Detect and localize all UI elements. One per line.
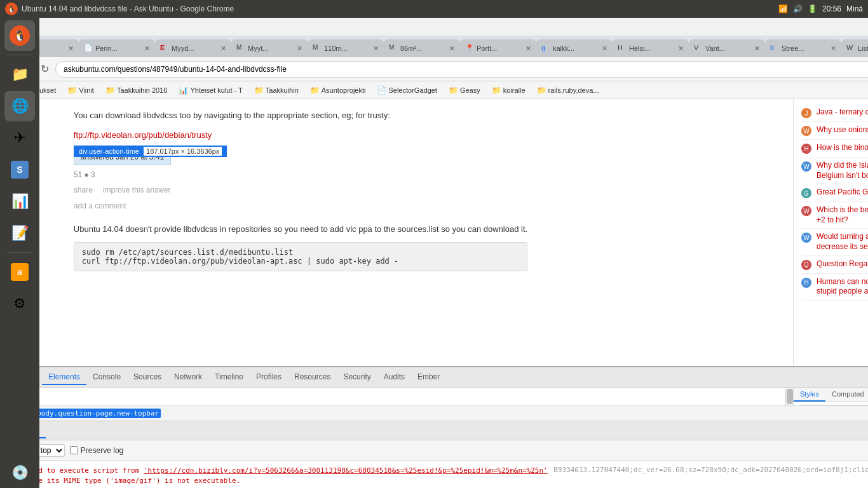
bookmark-asunto[interactable]: 📁 Asuntoprojekti — [306, 85, 370, 96]
tab-close-9[interactable]: ✕ — [678, 44, 684, 53]
related-item-3[interactable]: H How is the binomial expansion of the v… — [801, 140, 868, 158]
bookmark-geasy[interactable]: 📁 Geasy — [445, 85, 484, 96]
bookmark-selector[interactable]: 📄 SelectorGadget — [373, 85, 440, 96]
tab-close-2[interactable]: ✕ — [144, 44, 150, 53]
tab-close-11[interactable]: ✕ — [831, 44, 836, 53]
bookmark-rails[interactable]: 📁 rails,ruby,deva... — [533, 85, 603, 96]
html-tree: ▶ <tr> ▶ <td class= "vt" >…</td> — [3, 390, 782, 405]
tab-close-1[interactable]: ✕ — [68, 44, 74, 53]
bookmark-taakkuihin[interactable]: 📁 Taakkuihin — [250, 85, 302, 96]
bookmark-icon-asunto: 📁 — [310, 86, 320, 95]
tab-portt[interactable]: 📍 Portt... ✕ — [460, 39, 536, 57]
tab-label-6: 86m²... — [400, 44, 447, 52]
tab-close-10[interactable]: ✕ — [754, 44, 760, 53]
tab-close-6[interactable]: ✕ — [449, 44, 455, 53]
devtools-tab-profiles[interactable]: Profiles — [250, 370, 288, 385]
sidebar-icon-amazon[interactable]: a — [4, 257, 35, 287]
telegram-icon: ✈ — [14, 130, 25, 146]
devtools-tab-console[interactable]: Console — [86, 370, 127, 385]
related-item-5[interactable]: G Great Pacific Garbage Patch Equilibriu… — [801, 184, 868, 202]
styles-tabs: Styles Computed Event Listeners » — [794, 388, 868, 402]
sidebar-icon-telegram[interactable]: ✈ — [4, 123, 35, 153]
sidebar-icon-browser[interactable]: 🌐 — [4, 91, 35, 121]
related-item-2[interactable]: W Why use onions in cooking? — [801, 122, 868, 140]
elements-scrollbar[interactable] — [785, 388, 793, 405]
related-item-6[interactable]: W Which is the better magic item effect,… — [801, 202, 868, 229]
address-input[interactable] — [55, 61, 868, 78]
tab-label-2: Perin... — [95, 44, 142, 52]
console-error-url[interactable]: 'https://cdn.bizibly.com/i?v=5063266&a=3… — [144, 466, 548, 475]
tab-label-11: Stree... — [782, 44, 828, 52]
related-item-7[interactable]: W Would turning a Diceware phrase into a… — [801, 229, 868, 255]
tab-86m[interactable]: M 86m²... ✕ — [384, 39, 460, 57]
sidebar-icon-settings[interactable]: ⚙ — [4, 288, 35, 319]
devtools-tab-elements[interactable]: Elements — [42, 370, 86, 385]
share-link-1[interactable]: share — [74, 186, 93, 194]
tab-close-7[interactable]: ✕ — [526, 44, 531, 53]
answer-2-text: Ubuntu 14.04 doesn't provide libdvdcss i… — [74, 223, 527, 236]
devtools-tab-audits[interactable]: Audits — [377, 370, 411, 385]
window-title: Ubuntu 14.04 and libdvdcss file - Ask Ub… — [22, 4, 234, 13]
answer-1: ▲ 1 ▼ You can download libdvdcss too by … — [13, 109, 780, 210]
wifi-icon: 📶 — [778, 4, 788, 13]
related-icon-8: Q — [801, 260, 811, 270]
devtools-tab-timeline[interactable]: Timeline — [208, 370, 250, 385]
tab-myyt2[interactable]: M Myyt... ✕ — [231, 39, 308, 57]
settings-icon: ⚙ — [13, 295, 26, 312]
reload-button[interactable]: ↻ — [38, 62, 51, 76]
related-item-8[interactable]: Q Question Regarding Integration Within … — [801, 256, 868, 274]
bookmark-icon-taakkuihin: 📁 — [254, 86, 264, 95]
tab-close-3[interactable]: ✕ — [220, 44, 226, 53]
styles-tab-computed[interactable]: Computed — [825, 388, 868, 402]
tab-label-12: List o... — [858, 44, 868, 52]
sidebar-icon-ubuntu[interactable]: 🐧 — [4, 20, 35, 51]
devtools-tab-resources[interactable]: Resources — [288, 370, 337, 385]
tooltip-area: answered Jan 20 at 5:41 div.user-action-… — [74, 149, 390, 165]
tab-close-8[interactable]: ✕ — [602, 44, 607, 53]
sidebar-icon-impress[interactable]: 📝 — [4, 218, 35, 248]
related-icon-3: H — [801, 144, 811, 154]
ubuntu-logo-icon[interactable]: 🐧 — [5, 3, 18, 15]
console-drawer: Console 🚫 ▼ top Preserve log — [0, 421, 868, 488]
tab-list[interactable]: W List o... ✕ — [841, 39, 868, 57]
improve-link-1[interactable]: improve this answer — [103, 186, 171, 194]
add-comment-link-1[interactable]: add a comment — [74, 201, 126, 210]
tab-kalkk[interactable]: g kalkk... ✕ — [536, 39, 613, 57]
bookmark-icon-taakkuihin2016: 📁 — [105, 86, 115, 95]
breadcrumb-body[interactable]: body.question-page.new-topbar — [35, 409, 161, 418]
bookmark-label-asunto: Asuntoprojekti — [322, 86, 366, 94]
preserve-log-checkbox[interactable] — [70, 446, 78, 454]
tab-stree[interactable]: b Stree... ✕ — [765, 39, 841, 57]
bookmark-koiralle[interactable]: 📁 koiralle — [488, 85, 529, 96]
sidebar-icon-writer[interactable]: S — [4, 154, 35, 185]
tree-row-tr[interactable]: ▶ <tr> — [3, 390, 782, 403]
sidebar-icon-calc[interactable]: 📊 — [4, 186, 35, 217]
bookmark-viinit[interactable]: 📁 Viinit — [64, 85, 98, 96]
bookmark-yhteiset[interactable]: 📊 Yhteiset kulut - T — [175, 85, 246, 96]
tab-vant[interactable]: V Vant... ✕ — [689, 39, 765, 57]
answer-1-text-line1: You can download libdvdcss too by naviga… — [74, 109, 390, 123]
devtools-tab-security[interactable]: Security — [337, 370, 377, 385]
tab-110m[interactable]: M 110m... ✕ — [308, 39, 384, 57]
related-text-1: Java - ternary operator weird behaviour — [817, 107, 868, 118]
related-item-9[interactable]: H Humans can now run 40 mph. How do I ke… — [801, 274, 868, 301]
tab-close-4[interactable]: ✕ — [297, 44, 302, 53]
related-item-4[interactable]: W Why did the Islamic State target Bruss… — [801, 158, 868, 184]
sidebar-icon-dvd[interactable]: 💿 — [4, 458, 35, 488]
tab-myyd[interactable]: E Myyd... ✕ — [155, 39, 231, 57]
related-item-1[interactable]: J Java - ternary operator weird behaviou… — [801, 104, 868, 122]
preserve-log-label[interactable]: Preserve log — [70, 446, 123, 455]
sidebar-icon-files[interactable]: 📁 — [4, 59, 35, 90]
scrollbar-thumb[interactable] — [787, 389, 793, 404]
styles-panel: Styles Computed Event Listeners » + .cls… — [793, 388, 868, 405]
devtools-tab-ember[interactable]: Ember — [411, 370, 446, 385]
tab-close-5[interactable]: ✕ — [373, 44, 379, 53]
tab-helsi[interactable]: H Helsi... ✕ — [613, 39, 689, 57]
devtools-tab-sources[interactable]: Sources — [127, 370, 168, 385]
styles-tab-styles[interactable]: Styles — [794, 388, 825, 402]
application-sidebar: 🐧 📁 🌐 ✈ S 📊 📝 a ⚙ 💿 — [0, 18, 39, 488]
ftp-link[interactable]: ftp://ftp.videolan.org/pub/debian/trusty — [74, 130, 212, 140]
tab-perin[interactable]: 📄 Perin... ✕ — [79, 39, 155, 57]
devtools-tab-network[interactable]: Network — [168, 370, 208, 385]
bookmark-taakkuihin2016[interactable]: 📁 Taakkuihin 2016 — [102, 85, 172, 96]
